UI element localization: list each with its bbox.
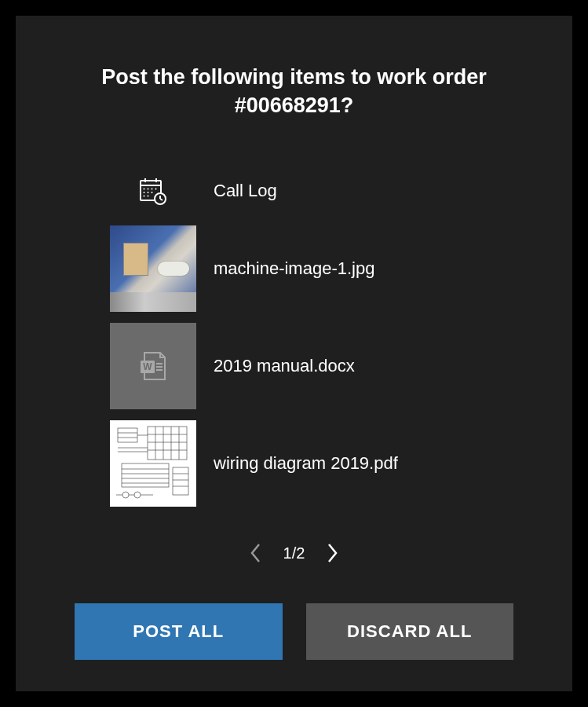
calendar-clock-icon (110, 167, 196, 214)
chevron-left-icon[interactable] (249, 542, 261, 564)
item-label: wiring diagram 2019.pdf (214, 453, 398, 474)
svg-point-4 (144, 188, 145, 189)
list-item[interactable]: Call Log (110, 167, 513, 214)
svg-point-9 (148, 192, 149, 193)
list-item[interactable]: machine-image-1.jpg (110, 225, 513, 312)
dialog-actions: POST ALL DISCARD ALL (75, 603, 513, 660)
pdf-thumbnail (110, 420, 196, 507)
image-thumbnail (110, 225, 196, 312)
item-label: machine-image-1.jpg (214, 258, 374, 279)
item-label: 2019 manual.docx (214, 356, 355, 376)
items-list: Call Log machine-image-1.jpg W (75, 167, 513, 526)
svg-point-5 (148, 188, 149, 189)
page-indicator: 1/2 (283, 544, 305, 562)
discard-all-button[interactable]: DISCARD ALL (306, 603, 514, 660)
word-doc-icon: W (110, 323, 196, 409)
item-label: Call Log (214, 181, 277, 201)
post-items-dialog: Post the following items to work order #… (16, 16, 572, 691)
chevron-right-icon[interactable] (327, 542, 339, 564)
svg-point-7 (155, 188, 157, 189)
svg-point-10 (152, 192, 153, 193)
svg-text:W: W (143, 361, 152, 372)
post-all-button[interactable]: POST ALL (75, 603, 283, 660)
title-line-2: #00668291? (235, 93, 354, 117)
dialog-title: Post the following items to work order #… (75, 63, 513, 120)
paginator: 1/2 (75, 542, 513, 564)
list-item[interactable]: W 2019 manual.docx (110, 323, 513, 409)
svg-point-11 (144, 195, 145, 196)
svg-point-12 (148, 195, 149, 196)
svg-point-8 (144, 192, 145, 193)
svg-point-6 (152, 188, 153, 189)
list-item[interactable]: wiring diagram 2019.pdf (110, 420, 513, 507)
title-line-1: Post the following items to work order (101, 65, 487, 89)
